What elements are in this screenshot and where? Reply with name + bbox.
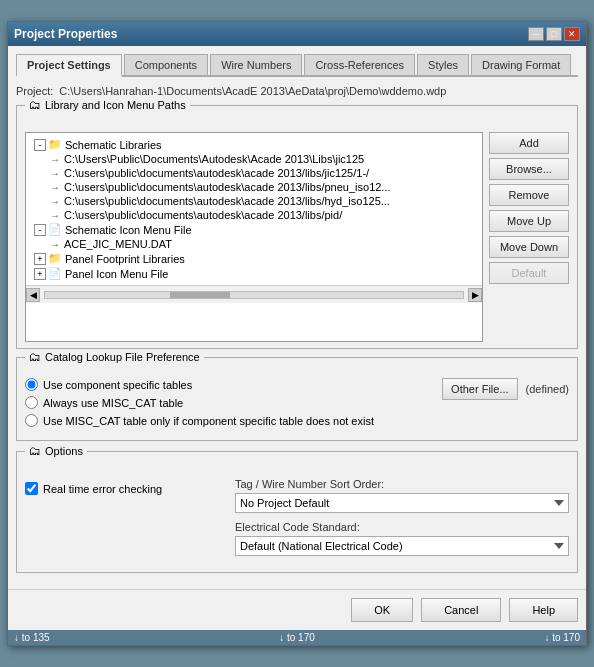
electrical-code-dropdown[interactable]: Default (National Electrical Code) IEC G… xyxy=(235,536,569,556)
label-lib2: C:\users\public\documents\autodesk\acade… xyxy=(64,167,369,179)
tab-project-settings[interactable]: Project Settings xyxy=(16,54,122,77)
label-lib3: C:\users\public\documents\autodesk\acade… xyxy=(64,181,391,193)
tab-bar: Project Settings Components Wire Numbers… xyxy=(16,54,578,77)
label-lib1: C:\Users\Public\Documents\Autodesk\Acade… xyxy=(64,153,364,165)
folder-icon-panel-fp: 📁 xyxy=(48,252,62,265)
default-button[interactable]: Default xyxy=(489,262,569,284)
tree-row-panel-footprint[interactable]: + 📁 Panel Footprint Libraries xyxy=(30,251,478,266)
window-title: Project Properties xyxy=(14,27,117,41)
title-controls: ─ □ ✕ xyxy=(528,27,580,41)
tree-row-lib5[interactable]: → C:\users\public\documents\autodesk\aca… xyxy=(30,208,478,222)
ok-button[interactable]: OK xyxy=(351,598,413,622)
radio-specific-label: Use component specific tables xyxy=(43,379,192,391)
tree-row-schematic-icon[interactable]: - 📄 Schematic Icon Menu File xyxy=(30,222,478,237)
status-bar: ↓ to 135 ↓ to 170 ↓ to 170 xyxy=(8,630,586,645)
catalog-right: Other File... (defined) xyxy=(442,378,569,400)
tree-row-ace-jic[interactable]: → ACE_JIC_MENU.DAT xyxy=(30,237,478,251)
catalog-inner: Use component specific tables Always use… xyxy=(25,378,569,432)
tree-row-lib3[interactable]: → C:\users\public\documents\autodesk\aca… xyxy=(30,180,478,194)
tree-row-lib4[interactable]: → C:\users\public\documents\autodesk\aca… xyxy=(30,194,478,208)
project-label: Project: xyxy=(16,85,53,97)
tab-styles[interactable]: Styles xyxy=(417,54,469,75)
arrow-icon-6: → xyxy=(50,239,60,250)
radio-misc-label: Always use MISC_CAT table xyxy=(43,397,183,409)
radio-conditional[interactable] xyxy=(25,414,38,427)
scroll-right-btn[interactable]: ▶ xyxy=(468,288,482,302)
options-icon: 🗂 xyxy=(29,444,41,458)
library-group-title: 🗂 Library and Icon Menu Paths xyxy=(25,98,190,112)
catalog-radios: Use component specific tables Always use… xyxy=(25,378,442,432)
tab-cross-references[interactable]: Cross-References xyxy=(304,54,415,75)
browse-button[interactable]: Browse... xyxy=(489,158,569,180)
expander-panel-icon[interactable]: + xyxy=(34,268,46,280)
status-left: ↓ to 135 xyxy=(14,632,50,643)
electrical-code-field-row: Electrical Code Standard: Default (Natio… xyxy=(235,521,569,556)
realtime-error-checkbox[interactable] xyxy=(25,482,38,495)
main-window: Project Properties ─ □ ✕ Project Setting… xyxy=(7,21,587,646)
main-content: Project Settings Components Wire Numbers… xyxy=(8,46,586,589)
tree-row-lib1[interactable]: → C:\Users\Public\Documents\Autodesk\Aca… xyxy=(30,152,478,166)
scroll-left-btn[interactable]: ◀ xyxy=(26,288,40,302)
tree-panel-area: - 📁 Schematic Libraries → C:\Users\Publi… xyxy=(25,132,569,342)
tree-scrollbar[interactable]: ◀ ▶ xyxy=(26,285,482,303)
options-group: 🗂 Options Real time error checking Tag /… xyxy=(16,451,578,573)
label-lib4: C:\users\public\documents\autodesk\acade… xyxy=(64,195,390,207)
move-up-button[interactable]: Move Up xyxy=(489,210,569,232)
cancel-button[interactable]: Cancel xyxy=(421,598,501,622)
folder-icon-schematic-icon: 📄 xyxy=(48,223,62,236)
other-file-button[interactable]: Other File... xyxy=(442,378,517,400)
options-group-title: 🗂 Options xyxy=(25,444,87,458)
tree-row-schematic-libs[interactable]: - 📁 Schematic Libraries xyxy=(30,137,478,152)
tree: - 📁 Schematic Libraries → C:\Users\Publi… xyxy=(26,133,482,285)
arrow-icon-2: → xyxy=(50,168,60,179)
expander-panel-footprint[interactable]: + xyxy=(34,253,46,265)
tab-components[interactable]: Components xyxy=(124,54,208,75)
title-bar: Project Properties ─ □ ✕ xyxy=(8,22,586,46)
tree-container[interactable]: - 📁 Schematic Libraries → C:\Users\Publi… xyxy=(25,132,483,342)
radio-specific[interactable] xyxy=(25,378,38,391)
tree-row-panel-icon[interactable]: + 📄 Panel Icon Menu File xyxy=(30,266,478,281)
label-schematic-icon: Schematic Icon Menu File xyxy=(65,224,192,236)
project-row: Project: C:\Users\Hanrahan-1\Documents\A… xyxy=(16,85,578,97)
bottom-bar: OK Cancel Help xyxy=(8,589,586,630)
library-group: 🗂 Library and Icon Menu Paths - 📁 Schema… xyxy=(16,105,578,349)
library-icon: 🗂 xyxy=(29,98,41,112)
label-panel-icon: Panel Icon Menu File xyxy=(65,268,168,280)
expander-schematic-icon[interactable]: - xyxy=(34,224,46,236)
defined-text: (defined) xyxy=(526,383,569,395)
close-button[interactable]: ✕ xyxy=(564,27,580,41)
tab-wire-numbers[interactable]: Wire Numbers xyxy=(210,54,302,75)
label-schematic-libs: Schematic Libraries xyxy=(65,139,162,151)
move-down-button[interactable]: Move Down xyxy=(489,236,569,258)
status-middle: ↓ to 170 xyxy=(279,632,315,643)
arrow-icon-3: → xyxy=(50,182,60,193)
radio-item-specific: Use component specific tables xyxy=(25,378,442,391)
minimize-button[interactable]: ─ xyxy=(528,27,544,41)
tag-sort-field-row: Tag / Wire Number Sort Order: No Project… xyxy=(235,478,569,513)
add-button[interactable]: Add xyxy=(489,132,569,154)
radio-misc[interactable] xyxy=(25,396,38,409)
status-right: ↓ to 170 xyxy=(544,632,580,643)
remove-button[interactable]: Remove xyxy=(489,184,569,206)
tag-sort-label: Tag / Wire Number Sort Order: xyxy=(235,478,569,490)
electrical-code-label: Electrical Code Standard: xyxy=(235,521,569,533)
tab-drawing-format[interactable]: Drawing Format xyxy=(471,54,571,75)
label-lib5: C:\users\public\documents\autodesk\acade… xyxy=(64,209,342,221)
scroll-track[interactable] xyxy=(44,291,464,299)
side-buttons: Add Browse... Remove Move Up Move Down D… xyxy=(489,132,569,342)
realtime-error-check-item: Real time error checking xyxy=(25,482,225,495)
tag-sort-dropdown[interactable]: No Project Default Alphabetical Sequenti… xyxy=(235,493,569,513)
options-left: Real time error checking xyxy=(25,478,225,564)
arrow-icon-4: → xyxy=(50,196,60,207)
maximize-button[interactable]: □ xyxy=(546,27,562,41)
arrow-icon-1: → xyxy=(50,154,60,165)
tree-row-lib2[interactable]: → C:\users\public\documents\autodesk\aca… xyxy=(30,166,478,180)
help-button[interactable]: Help xyxy=(509,598,578,622)
expander-schematic-libs[interactable]: - xyxy=(34,139,46,151)
radio-item-conditional: Use MISC_CAT table only if component spe… xyxy=(25,414,442,427)
catalog-group: 🗂 Catalog Lookup File Preference Use com… xyxy=(16,357,578,441)
folder-icon-schematic: 📁 xyxy=(48,138,62,151)
radio-conditional-label: Use MISC_CAT table only if component spe… xyxy=(43,415,374,427)
catalog-group-title: 🗂 Catalog Lookup File Preference xyxy=(25,350,204,364)
options-right: Tag / Wire Number Sort Order: No Project… xyxy=(235,478,569,564)
